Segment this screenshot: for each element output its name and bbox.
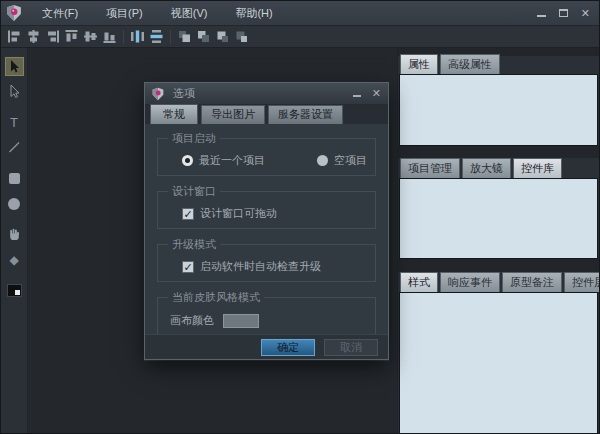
canvas-color-swatch[interactable] xyxy=(223,314,259,328)
library-tab-row: 项目管理 放大镜 控件库 xyxy=(398,158,599,178)
canvas-color-label: 画布颜色 xyxy=(170,313,214,328)
send-to-back-icon[interactable] xyxy=(194,28,213,45)
dialog-footer: 确定 取消 xyxy=(145,334,388,359)
checkbox-window-draggable[interactable]: ✓ xyxy=(182,208,194,220)
ellipse-tool-icon[interactable] xyxy=(5,194,24,213)
group-project-startup: 项目启动 最近一个项目 空项目 xyxy=(157,131,376,176)
align-right-icon[interactable] xyxy=(43,28,62,45)
tab-style[interactable]: 样式 xyxy=(400,272,438,292)
direct-select-cursor-icon[interactable] xyxy=(5,82,24,101)
group-skin-mode: 当前皮肤风格模式 画布颜色 xyxy=(157,290,376,336)
tab-control-library[interactable]: 控件库 xyxy=(513,158,562,178)
align-v-middle-icon[interactable] xyxy=(81,28,100,45)
dialog-title-bar[interactable]: 选项 ✕ xyxy=(145,83,388,105)
distribute-v-icon[interactable] xyxy=(147,28,166,45)
tab-general[interactable]: 常规 xyxy=(150,104,198,124)
style-tab-row: 样式 响应事件 原型备注 控件层 xyxy=(398,272,599,292)
toolbar-separator xyxy=(123,30,124,44)
tab-advanced-properties[interactable]: 高级属性 xyxy=(440,54,500,74)
group-upgrade-mode: 升级模式 ✓ 启动软件时自动检查升级 xyxy=(157,237,376,282)
ok-button[interactable]: 确定 xyxy=(261,339,315,356)
menu-file[interactable]: 文件(F) xyxy=(32,3,88,24)
bring-to-front-icon[interactable] xyxy=(175,28,194,45)
diamond-tool-icon[interactable]: ◆ xyxy=(5,250,24,269)
align-left-icon[interactable] xyxy=(5,28,24,45)
options-dialog: 选项 ✕ 常规 导出图片 服务器设置 项目启动 xyxy=(144,82,389,360)
tab-properties[interactable]: 属性 xyxy=(400,54,438,74)
checkbox-auto-check-upgrade-label: 启动软件时自动检查升级 xyxy=(200,259,321,274)
dialog-logo-icon xyxy=(151,87,165,101)
dialog-tab-row: 常规 导出图片 服务器设置 xyxy=(145,105,388,124)
tab-response-events[interactable]: 响应事件 xyxy=(440,272,500,292)
radio-recent-project-label: 最近一个项目 xyxy=(199,153,265,168)
design-canvas[interactable]: 选项 ✕ 常规 导出图片 服务器设置 项目启动 xyxy=(28,48,397,434)
title-bar: 文件(F) 项目(P) 视图(V) 帮助(H) ✕ xyxy=(1,1,599,26)
properties-tab-row: 属性 高级属性 xyxy=(398,56,599,74)
menu-help[interactable]: 帮助(H) xyxy=(225,3,282,24)
align-bottom-icon[interactable] xyxy=(100,28,119,45)
checkbox-window-draggable-label: 设计窗口可拖动 xyxy=(200,206,277,221)
app-window: 文件(F) 项目(P) 视图(V) 帮助(H) ✕ xyxy=(0,0,600,434)
alignment-toolbar xyxy=(1,26,599,48)
cancel-button[interactable]: 取消 xyxy=(324,339,378,356)
right-dock: 属性 高级属性 项目管理 放大镜 控件库 样式 响应事件 原型备注 控件层 xyxy=(397,48,599,434)
dialog-close-icon[interactable]: ✕ xyxy=(372,88,381,99)
radio-empty-project[interactable] xyxy=(317,155,328,166)
bring-forward-icon[interactable] xyxy=(213,28,232,45)
properties-panel-content xyxy=(399,74,598,146)
checkbox-auto-check-upgrade[interactable]: ✓ xyxy=(182,261,194,273)
tool-palette: T ◆ xyxy=(1,48,28,434)
tab-export-image[interactable]: 导出图片 xyxy=(201,105,265,124)
group-legend: 项目启动 xyxy=(168,131,220,146)
select-cursor-icon[interactable] xyxy=(5,57,24,76)
rectangle-tool-icon[interactable] xyxy=(5,169,24,188)
text-tool-icon[interactable]: T xyxy=(5,113,24,132)
group-design-window: 设计窗口 ✓ 设计窗口可拖动 xyxy=(157,184,376,229)
align-top-icon[interactable] xyxy=(62,28,81,45)
minimize-icon[interactable] xyxy=(537,15,546,17)
style-panel-content xyxy=(399,292,598,434)
dialog-body: 项目启动 最近一个项目 空项目 设计窗口 ✓ 设计窗口可拖动 xyxy=(145,124,388,334)
distribute-h-icon[interactable] xyxy=(128,28,147,45)
menu-view[interactable]: 视图(V) xyxy=(161,3,218,24)
toolbar-separator xyxy=(170,30,171,44)
close-icon[interactable]: ✕ xyxy=(581,8,590,19)
dialog-minimize-icon[interactable] xyxy=(353,95,361,97)
send-backward-icon[interactable] xyxy=(232,28,251,45)
app-logo-icon xyxy=(5,4,23,22)
group-legend: 当前皮肤风格模式 xyxy=(168,290,264,305)
menu-project[interactable]: 项目(P) xyxy=(96,3,153,24)
hand-tool-icon[interactable] xyxy=(5,225,24,244)
tab-control-layer[interactable]: 控件层 xyxy=(564,272,600,292)
control-library-panel-content xyxy=(399,178,598,259)
radio-recent-project[interactable] xyxy=(182,155,193,166)
line-tool-icon[interactable] xyxy=(5,138,24,157)
group-legend: 升级模式 xyxy=(168,237,220,252)
tab-prototype-notes[interactable]: 原型备注 xyxy=(502,272,562,292)
tab-project-management[interactable]: 项目管理 xyxy=(400,158,460,178)
maximize-icon[interactable] xyxy=(559,9,568,17)
tab-magnifier[interactable]: 放大镜 xyxy=(462,158,511,178)
radio-empty-project-label: 空项目 xyxy=(334,153,367,168)
color-swatch-icon[interactable] xyxy=(5,281,24,300)
align-h-center-icon[interactable] xyxy=(24,28,43,45)
group-legend: 设计窗口 xyxy=(168,184,220,199)
dialog-title: 选项 xyxy=(173,86,195,101)
tab-server-settings[interactable]: 服务器设置 xyxy=(268,105,343,124)
